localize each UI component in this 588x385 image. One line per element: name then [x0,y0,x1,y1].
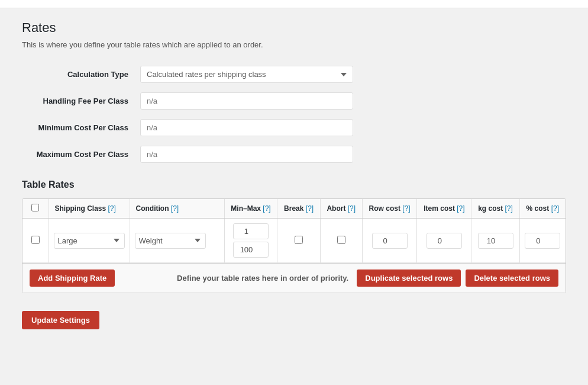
row-checkbox-cell [22,219,49,263]
break-help: [?] [306,204,314,213]
break-cell [277,219,320,263]
rates-table-footer: Add Shipping Rate Define your table rate… [22,263,566,293]
calculation-type-select[interactable]: Calculated rates per shipping classPer o… [140,66,353,83]
rates-title: Rates [22,20,566,36]
page-wrapper: Rates This is where you define your tabl… [0,0,588,385]
calculation-type-row: Calculation Type Calculated rates per sh… [22,61,566,88]
minmax-cell [224,219,277,263]
kg-cost-cell [471,219,519,263]
percent-cost-help: [?] [551,204,559,213]
content: Rates This is where you define your tabl… [10,8,578,341]
abort-help: [?] [348,204,356,213]
handling-fee-input[interactable] [140,92,353,110]
duplicate-rows-button[interactable]: Duplicate selected rows [357,270,461,287]
header-abort: Abort [?] [320,199,362,219]
handling-fee-cell [140,88,566,114]
footer-right: Define your table rates here in order of… [177,270,558,287]
item-cost-help: [?] [457,204,464,213]
maximum-cost-cell [140,141,566,168]
table-rates-container: Shipping Class [?] Condition [?] Min–Max… [22,198,566,293]
page-description: This is where you define your table rate… [22,40,566,49]
header-minmax: Min–Max [?] [224,199,277,219]
footer-cell: Add Shipping Rate Define your table rate… [22,263,566,293]
row-cost-input[interactable] [372,233,408,249]
rates-table: Shipping Class [?] Condition [?] Min–Max… [22,199,566,293]
minimum-cost-cell [140,114,566,141]
define-text: Define your table rates here in order of… [177,274,348,283]
max-input[interactable] [233,242,269,258]
calculation-type-cell: Calculated rates per shipping classPer o… [140,61,566,88]
header-item-cost: Item cost [?] [417,199,471,219]
footer-row: Add Shipping Rate Define your table rate… [22,263,566,293]
update-settings-button[interactable]: Update Settings [22,311,99,329]
rates-table-body: LargeSmallMediumWeightPriceQuantityItem … [22,219,566,263]
header-kg-cost: kg cost [?] [471,199,519,219]
row-cost-cell [362,219,417,263]
shipping-class-help: [?] [108,204,116,213]
minmax-help: [?] [263,204,270,213]
header-percent-cost: % cost [?] [519,199,566,219]
shipping-class-select[interactable]: LargeSmallMedium [54,233,125,249]
condition-help: [?] [171,204,179,213]
item-cost-cell [417,219,471,263]
row-cost-help: [?] [402,204,410,213]
table-rates-title: Table Rates [22,179,566,190]
minimum-cost-input[interactable] [140,119,353,136]
header-row-cost: Row cost [?] [362,199,417,219]
footer-left: Add Shipping Rate [30,270,115,287]
maximum-cost-row: Maximum Cost Per Class [22,141,566,168]
condition-select[interactable]: WeightPriceQuantityItem count [135,233,206,249]
kg-cost-help: [?] [505,204,513,213]
maximum-cost-input[interactable] [140,146,353,163]
select-all-checkbox[interactable] [31,204,39,211]
footer-content: Add Shipping Rate Define your table rate… [22,263,566,293]
form-table: Calculation Type Calculated rates per sh… [22,61,566,168]
percent-cost-cell [519,219,566,263]
min-input[interactable] [233,223,269,239]
delete-rows-button[interactable]: Delete selected rows [466,270,558,287]
header-row: Shipping Class [?] Condition [?] Min–Max… [22,199,566,219]
abort-checkbox[interactable] [337,236,345,244]
kg-cost-input[interactable] [478,233,513,249]
top-bar [0,0,588,8]
maximum-cost-label: Maximum Cost Per Class [22,141,140,168]
header-shipping-class: Shipping Class [?] [49,199,130,219]
table-row: LargeSmallMediumWeightPriceQuantityItem … [22,219,566,263]
abort-cell [320,219,362,263]
shipping-class-cell: LargeSmallMedium [49,219,130,263]
condition-cell: WeightPriceQuantityItem count [130,219,224,263]
minimum-cost-row: Minimum Cost Per Class [22,114,566,141]
header-condition: Condition [?] [130,199,224,219]
add-shipping-rate-button[interactable]: Add Shipping Rate [30,270,115,287]
header-checkbox-col [22,199,49,219]
percent-cost-input[interactable] [525,233,560,249]
calculation-type-label: Calculation Type [22,61,140,88]
header-break: Break [?] [277,199,320,219]
item-cost-input[interactable] [427,233,462,249]
row-checkbox[interactable] [31,236,40,244]
rates-table-header: Shipping Class [?] Condition [?] Min–Max… [22,199,566,219]
minimum-cost-label: Minimum Cost Per Class [22,114,140,141]
break-checkbox[interactable] [295,236,303,244]
handling-fee-row: Handling Fee Per Class [22,88,566,114]
handling-fee-label: Handling Fee Per Class [22,88,140,114]
